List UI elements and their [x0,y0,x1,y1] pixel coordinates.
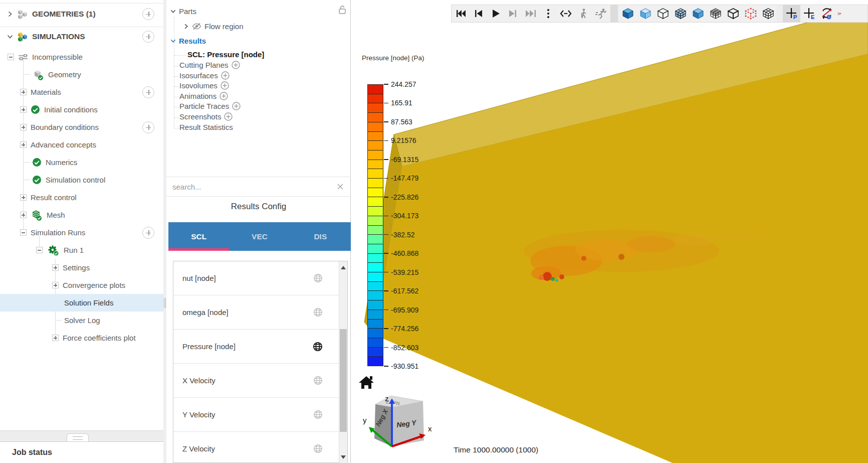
sidebar-item-convergence-plots[interactable]: Convergence plots [0,276,163,294]
globe-icon[interactable] [313,307,323,317]
parts-tree-particle-traces[interactable]: Particle Traces [179,102,241,110]
field-row-y-velocity[interactable]: Y Velocity [173,398,339,432]
field-list-scrollbar[interactable] [339,261,347,463]
wireframe-button[interactable] [724,5,742,22]
sidebar-item-simulation-runs[interactable]: Simulation Runs [0,224,163,241]
sidebar-item-result-control[interactable]: Result control [0,189,163,206]
reset-rotation-button[interactable] [818,5,835,22]
orientation-widget[interactable]: Neg Z Neg X Neg Y z y x [357,372,445,457]
expand-toggle[interactable] [52,264,59,271]
probe-point-button[interactable]: P [783,5,800,22]
parts-tree-animations[interactable]: Animations [179,92,228,100]
sidebar-item-solution-fields[interactable]: Solution Fields [0,294,163,312]
expand-toggle[interactable] [20,106,27,113]
parts-tree-isovolumes[interactable]: Isovolumes [179,81,229,90]
step-back-button[interactable] [469,5,487,22]
tab-scl[interactable]: SCL [168,222,229,251]
parts-tree-result-statistics[interactable]: Result Statistics [179,123,233,131]
scroll-down-arrow[interactable] [341,455,346,459]
skip-to-end-button[interactable] [522,5,539,22]
surface-white-button[interactable] [654,5,672,22]
sidebar-item-geometries[interactable]: GEOMETRIES (1) [0,5,163,23]
collapse-toggle[interactable] [36,247,43,253]
sidebar-item-solver-log[interactable]: Solver Log [0,312,163,329]
add-geometry-button[interactable] [142,8,154,20]
solid-cube-button[interactable] [689,5,707,22]
home-icon[interactable] [359,376,374,389]
sidebar-item-simulation-control[interactable]: Simulation control [0,171,163,189]
sidebar-item-advanced-concepts[interactable]: Advanced concepts [0,136,163,153]
parts-tree-results[interactable]: Results [170,37,206,45]
parts-tree-isosurfaces[interactable]: Isosurfaces [179,71,230,80]
parts-tree-root[interactable]: Parts [170,7,196,16]
scroll-up-arrow[interactable] [341,266,346,269]
parts-tree-scl-pressure[interactable]: SCL: Pressure [node] [187,50,264,59]
play-button[interactable] [487,5,504,22]
collapse-toggle[interactable] [8,54,14,60]
skip-to-start-button[interactable] [452,5,469,22]
globe-icon[interactable] [313,444,323,453]
field-row-pressure[interactable]: Pressure [node] [173,330,339,364]
add-material-button[interactable] [142,86,154,98]
add-circle-icon[interactable] [221,71,230,80]
sidebar-item-initial-conditions[interactable]: Initial conditions [0,101,163,118]
sidebar-item-run-1[interactable]: Run 1 [0,241,163,259]
globe-icon[interactable] [313,376,323,385]
surface-with-edges-button[interactable] [672,5,689,22]
add-circle-icon[interactable] [220,92,228,100]
sidebar-item-force-coefficients-plot[interactable]: Force coefficients plot [0,329,163,347]
parts-tree-cutting-planes[interactable]: Cutting Planes [179,61,240,69]
job-status-drag-handle[interactable] [67,433,89,442]
add-simulation-button[interactable] [142,31,154,43]
surface-light-button[interactable] [636,5,654,22]
field-row-z-velocity[interactable]: Z Velocity [173,432,339,463]
add-circle-icon[interactable] [224,112,233,121]
sidebar-item-materials[interactable]: Materials [0,83,163,101]
keyframes-button[interactable] [557,5,574,22]
globe-icon[interactable] [313,273,323,283]
surface-edges-white-button[interactable] [759,5,777,22]
field-row-x-velocity[interactable]: X Velocity [173,364,339,398]
expand-toggle[interactable] [20,124,27,130]
sidebar-item-mesh[interactable]: Mesh [0,206,163,224]
add-circle-icon[interactable] [221,81,229,90]
globe-icon[interactable] [313,410,323,419]
sidebar-item-incompressible[interactable]: Incompressible [0,48,163,66]
field-row-omega[interactable]: omega [node] [173,295,339,330]
clipped-icon[interactable] [835,5,841,22]
add-circle-icon[interactable] [232,102,241,110]
lock-icon[interactable] [338,5,346,15]
job-status-bar[interactable]: Job status [0,441,163,463]
parts-tree-screenshots[interactable]: Screenshots [179,112,233,121]
expand-toggle[interactable] [52,282,59,288]
visibility-off-icon[interactable] [192,23,201,30]
add-circle-icon[interactable] [232,61,240,69]
expand-toggle[interactable] [20,141,27,148]
step-forward-button[interactable] [504,5,522,22]
points-button[interactable] [742,5,759,22]
expand-toggle[interactable] [20,212,27,218]
clear-search-icon[interactable] [337,183,344,190]
collapse-toggle[interactable] [20,229,27,236]
sidebar-item-boundary-conditions[interactable]: Boundary conditions [0,118,163,136]
add-run-button[interactable] [142,227,154,239]
expand-toggle[interactable] [20,89,27,95]
more-options-button[interactable] [539,5,557,22]
parts-tree-flow-region[interactable]: Flow region [183,22,244,31]
surface-dark-button[interactable] [619,5,636,22]
probe-element-button[interactable]: E [800,5,818,22]
globe-icon-active[interactable] [313,342,323,352]
run-mode-button[interactable] [592,5,609,22]
scrollbar-thumb[interactable] [340,329,347,432]
walk-mode-button[interactable] [574,5,592,22]
search-input[interactable] [166,183,337,191]
field-row-nut[interactable]: nut [node] [173,261,339,295]
sidebar-item-simulations[interactable]: SIMULATIONS [0,28,163,45]
tab-dis[interactable]: DIS [290,222,351,251]
add-boundary-condition-button[interactable] [142,121,154,133]
sidebar-item-numerics[interactable]: Numerics [0,153,163,171]
expand-toggle[interactable] [52,335,59,341]
sidebar-item-geometry[interactable]: Geometry [0,66,163,83]
wireframe-grid-button[interactable] [707,5,724,22]
tab-vec[interactable]: VEC [229,222,290,251]
